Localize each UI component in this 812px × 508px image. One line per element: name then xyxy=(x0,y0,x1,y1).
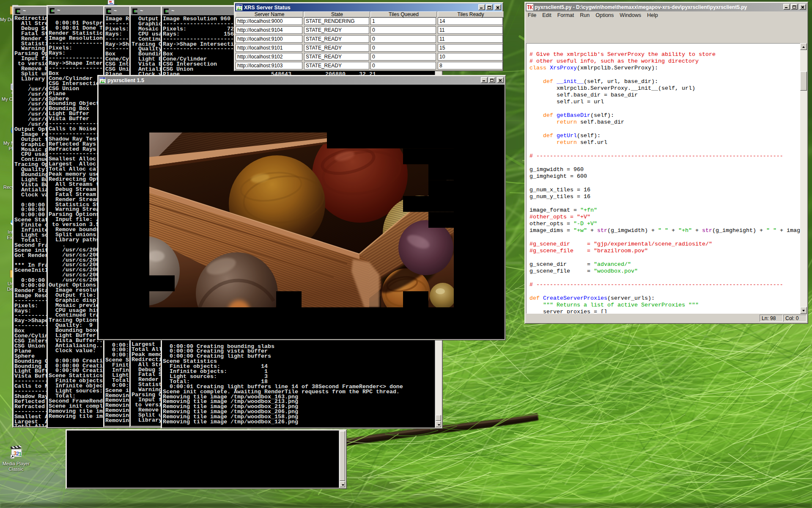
svg-text:1: 1 xyxy=(19,451,22,457)
